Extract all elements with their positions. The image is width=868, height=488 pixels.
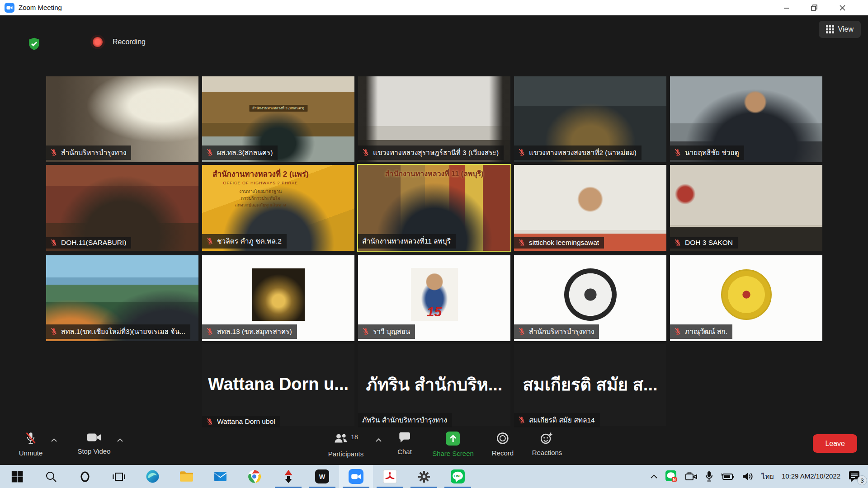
participant-name-label: DOH 3 SAKON — [670, 237, 738, 249]
grid-view-icon — [826, 25, 834, 33]
camera-icon — [86, 432, 102, 443]
action-center-icon[interactable]: 3 — [848, 470, 862, 483]
settings-gear-icon[interactable] — [407, 465, 441, 488]
video-options-caret[interactable] — [117, 436, 123, 444]
search-icon[interactable] — [34, 465, 68, 488]
file-explorer-icon[interactable] — [170, 465, 203, 488]
unmute-label: Unmute — [19, 449, 43, 457]
recording-dot-icon — [93, 37, 103, 47]
participant-tile-r1c2[interactable]: สำนักงานทางหลวงที่ 3 (สกลนคร)ผส.ทล.3(สกล… — [202, 76, 354, 162]
tray-chevron-up-icon[interactable] — [650, 474, 658, 479]
muted-mic-icon — [206, 149, 213, 156]
share-screen-icon — [446, 432, 460, 446]
restore-button[interactable] — [800, 0, 828, 15]
muted-mic-icon — [674, 149, 681, 156]
windows-taskbar: W LINE N ไทย — [0, 465, 868, 488]
participant-name-label: สมเกียรติ สมัย สทล14 — [514, 413, 600, 427]
reactions-button[interactable]: Reactions — [532, 432, 562, 456]
participant-name-label: แขวงทางหลวงสุราษฎร์ธานีที่ 3 (เวียงสระ) — [358, 145, 504, 160]
participant-name: ชวลิตร คำภู ชค.ทล.2 — [217, 235, 282, 247]
system-tray: N ไทย 10:29 AM 2/10/2022 3 — [650, 465, 868, 488]
svg-text:LINE: LINE — [454, 474, 462, 478]
participant-name: แขวงทางหลวงสงขลาที่2 (นาหม่อม) — [529, 147, 637, 158]
participants-label: Participants — [328, 450, 363, 458]
recording-indicator: Recording — [93, 37, 146, 47]
participant-name: สำนักบริหารบำรุงทาง — [61, 147, 126, 158]
virtual-background-text: สำนักงานทางหลวงที่ 3 (สกลนคร) — [249, 105, 307, 112]
view-label: View — [838, 25, 854, 33]
record-icon — [496, 432, 509, 445]
cortana-icon[interactable] — [68, 465, 102, 488]
participant-name-label: สทล.13 (ขท.สมุทรสาคร) — [202, 324, 297, 339]
chrome-browser-icon[interactable] — [237, 465, 271, 488]
participant-tile-r2c4[interactable]: sittichok leemingsawat — [514, 165, 666, 251]
muted-mic-icon — [25, 432, 37, 445]
acrobat-app-icon[interactable] — [373, 465, 407, 488]
meeting-toolbar: Unmute Stop Video 18 Participants — [0, 426, 868, 465]
participant-name-label: Wattana Dorn ubol — [202, 416, 280, 427]
unmute-button[interactable]: Unmute — [19, 432, 43, 457]
tray-camera-icon[interactable] — [685, 472, 698, 481]
participant-tile-r1c1[interactable]: สำนักบริหารบำรุงทาง — [46, 76, 198, 162]
muted-mic-icon — [50, 149, 57, 156]
line-app-icon[interactable]: LINE — [441, 465, 475, 488]
security-shield-icon[interactable] — [28, 37, 40, 52]
participant-tile-r3c1[interactable]: สทล.1(ขท.เชียงใหม่ที่3)(นายจเรเมธ จัน... — [46, 255, 198, 341]
tray-battery-icon[interactable] — [721, 472, 734, 481]
task-view-icon[interactable] — [102, 465, 136, 488]
participant-tile-r3c2[interactable]: สทล.13 (ขท.สมุทรสาคร) — [202, 255, 354, 341]
taskbar-clock[interactable]: 10:29 AM 2/10/2022 — [782, 472, 840, 481]
tray-speaker-icon[interactable] — [742, 472, 754, 481]
close-button[interactable] — [828, 0, 856, 15]
participants-count: 18 — [351, 433, 358, 441]
participants-options-caret[interactable] — [375, 436, 382, 444]
start-button[interactable] — [0, 465, 34, 488]
emblem-dark-logo — [564, 268, 617, 321]
participant-name: ภาณุวัฒน์ สก. — [685, 326, 727, 337]
edge-browser-icon[interactable] — [136, 465, 170, 488]
participant-display-name: Wattana Dorn u... — [208, 375, 349, 394]
participant-tile-r4c2[interactable]: Wattana Dorn u...Wattana Dorn ubol — [202, 344, 354, 430]
muted-mic-icon — [518, 239, 525, 247]
participant-name-label: นายฤทธิชัย ช่วยดู — [670, 145, 744, 160]
participant-tile-r3c3[interactable]: 15ราวี บุญสอน — [358, 255, 510, 341]
webex-app-icon[interactable]: W — [305, 465, 339, 488]
participant-tile-r3c5[interactable]: ภาณุวัฒน์ สก. — [670, 255, 822, 341]
tray-line-icon[interactable]: N — [665, 470, 678, 483]
muted-mic-icon — [674, 328, 681, 335]
participant-tile-r1c5[interactable]: นายฤทธิชัย ช่วยดู — [670, 76, 822, 162]
audio-options-caret[interactable] — [51, 436, 57, 444]
tray-date: 2/10/2022 — [810, 472, 840, 481]
leave-button[interactable]: Leave — [813, 434, 857, 453]
participant-tile-r2c2[interactable]: สำนักงานทางหลวงที่ 2 (แพร่)OFFICE OF HIG… — [202, 165, 354, 251]
mail-app-icon[interactable] — [203, 465, 237, 488]
participant-name: แขวงทางหลวงสุราษฎร์ธานีที่ 3 (เวียงสระ) — [373, 147, 499, 158]
photo-interchange-logo — [252, 268, 305, 321]
muted-mic-icon — [518, 416, 525, 424]
participant-tile-r4c3[interactable]: ภัทริน สำนักบริห...ภัทริน สำนักบริหารบำร… — [358, 344, 510, 430]
stop-video-button[interactable]: Stop Video — [77, 432, 110, 455]
muted-mic-icon — [50, 328, 57, 335]
zoom-app-icon[interactable] — [339, 465, 373, 488]
recording-label: Recording — [113, 38, 146, 46]
chat-button[interactable]: Chat — [397, 432, 412, 455]
participant-tile-r2c1[interactable]: DOH.11(SARABURI) — [46, 165, 198, 251]
window-title: Zoom Meeting — [19, 4, 62, 11]
participant-tile-r1c3[interactable]: แขวงทางหลวงสุราษฎร์ธานีที่ 3 (เวียงสระ) — [358, 76, 510, 162]
tray-microphone-icon[interactable] — [705, 471, 713, 482]
minimize-button[interactable] — [772, 0, 800, 15]
participant-name-label: ภาณุวัฒน์ สก. — [670, 324, 732, 339]
language-indicator[interactable]: ไทย — [761, 471, 774, 482]
participant-tile-r2c5[interactable]: DOH 3 SAKON — [670, 165, 822, 251]
participant-tile-r4c4[interactable]: สมเกียรติ สมัย ส...สมเกียรติ สมัย สทล14 — [514, 344, 666, 430]
participant-tile-r2c3[interactable]: สำนักงานทางหลวงที่ 11 (ลพบุรี)สำนักงานทา… — [358, 165, 510, 251]
traffic-arrows-app-icon[interactable] — [271, 465, 305, 488]
view-button[interactable]: View — [819, 21, 861, 38]
record-button[interactable]: Record — [492, 432, 514, 457]
participant-name: สำนักงานทางหลวงที่11 ลพบุรี — [362, 235, 451, 247]
participant-name: สทล.13 (ขท.สมุทรสาคร) — [217, 326, 292, 337]
participant-tile-r3c4[interactable]: สำนักบริหารบำรุงทาง — [514, 255, 666, 341]
share-screen-button[interactable]: Share Screen — [432, 432, 474, 457]
participants-button[interactable]: 18 Participants — [328, 432, 363, 458]
participant-tile-r1c4[interactable]: แขวงทางหลวงสงขลาที่2 (นาหม่อม) — [514, 76, 666, 162]
